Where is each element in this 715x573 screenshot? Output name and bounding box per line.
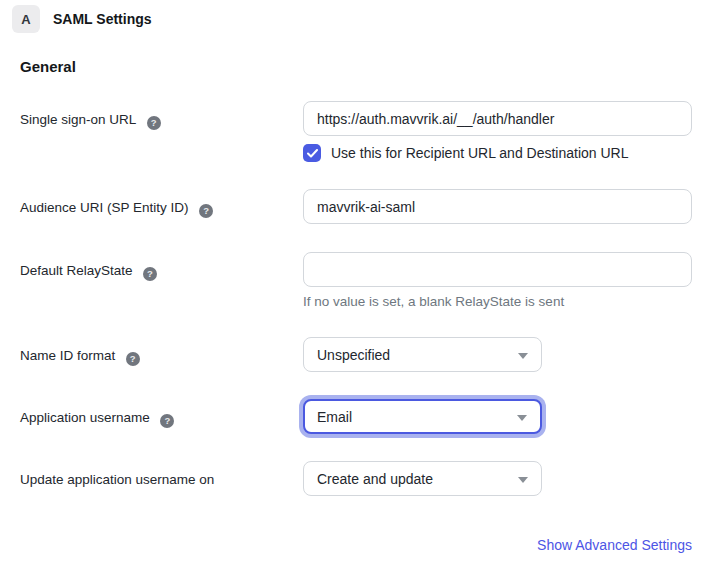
field-control-col: Email <box>303 399 542 434</box>
chevron-down-icon <box>518 353 528 359</box>
field-control-col: Create and update <box>303 461 542 496</box>
footer-row: Show Advanced Settings <box>0 536 692 554</box>
field-control-col: If no value is set, a blank RelayState i… <box>303 252 692 309</box>
help-icon[interactable]: ? <box>199 204 213 218</box>
field-row-relay-state: Default RelayState ? If no value is set,… <box>20 252 715 309</box>
sso-url-label: Single sign-on URL <box>20 112 136 127</box>
update-app-username-selected-value: Create and update <box>317 471 433 487</box>
field-row-app-username: Application username ? Email <box>20 399 715 434</box>
app-badge-letter: A <box>21 12 30 27</box>
name-id-format-selected-value: Unspecified <box>317 347 390 363</box>
help-icon[interactable]: ? <box>160 414 174 428</box>
page-title: SAML Settings <box>53 11 152 27</box>
field-control-col <box>303 101 692 136</box>
check-icon <box>307 149 318 158</box>
relay-state-input[interactable] <box>303 252 692 287</box>
sso-url-input[interactable] <box>303 101 692 136</box>
field-label-col: Single sign-on URL ? <box>20 101 303 136</box>
field-label-col: Application username ? <box>20 399 303 434</box>
audience-uri-input[interactable] <box>303 189 692 224</box>
recipient-url-checkbox-row: Use this for Recipient URL and Destinati… <box>303 144 715 162</box>
field-row-update-app-username: Update application username on Create an… <box>20 461 715 496</box>
help-icon[interactable]: ? <box>126 352 140 366</box>
app-logo-badge: A <box>12 5 40 33</box>
field-row-audience-uri: Audience URI (SP Entity ID) ? <box>20 189 715 224</box>
show-advanced-settings-link[interactable]: Show Advanced Settings <box>537 537 692 553</box>
relay-state-hint: If no value is set, a blank RelayState i… <box>303 294 692 309</box>
update-app-username-label: Update application username on <box>20 472 214 487</box>
field-control-col: Unspecified <box>303 337 542 372</box>
help-icon[interactable]: ? <box>143 267 157 281</box>
audience-uri-label: Audience URI (SP Entity ID) <box>20 200 189 215</box>
update-app-username-select[interactable]: Create and update <box>303 461 542 496</box>
page-header: A SAML Settings <box>12 5 715 33</box>
field-label-col: Default RelayState ? <box>20 252 303 309</box>
field-row-sso-url: Single sign-on URL ? <box>20 101 715 136</box>
saml-settings-page: A SAML Settings General Single sign-on U… <box>0 5 715 573</box>
relay-state-label: Default RelayState <box>20 263 133 278</box>
recipient-url-checkbox-label[interactable]: Use this for Recipient URL and Destinati… <box>331 145 629 161</box>
field-label-col: Update application username on <box>20 461 303 496</box>
app-username-selected-value: Email <box>317 409 352 425</box>
help-icon[interactable]: ? <box>147 116 161 130</box>
chevron-down-icon <box>517 415 527 421</box>
field-label-col: Name ID format ? <box>20 337 303 372</box>
app-username-label: Application username <box>20 410 150 425</box>
app-username-select[interactable]: Email <box>303 399 542 434</box>
section-heading-general: General <box>20 58 715 75</box>
field-control-col <box>303 189 692 224</box>
name-id-format-select[interactable]: Unspecified <box>303 337 542 372</box>
chevron-down-icon <box>518 477 528 483</box>
field-row-name-id-format: Name ID format ? Unspecified <box>20 337 715 372</box>
recipient-url-checkbox[interactable] <box>303 144 321 162</box>
name-id-format-label: Name ID format <box>20 348 115 363</box>
field-label-col: Audience URI (SP Entity ID) ? <box>20 189 303 224</box>
